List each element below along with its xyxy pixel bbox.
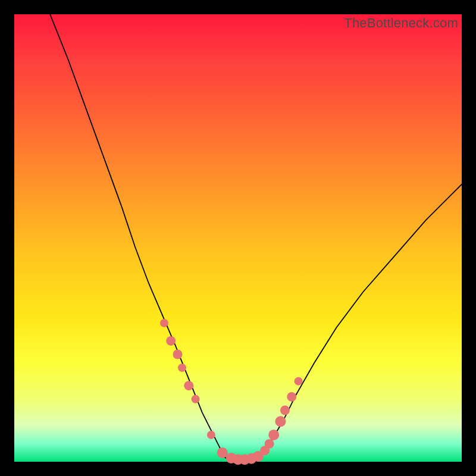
data-dot [160,319,168,327]
data-dot [173,350,182,359]
data-dot [265,439,274,449]
data-dot [287,392,296,402]
plot-area: TheBottleneck.com [14,14,462,462]
data-dot [207,431,215,439]
data-dot [280,406,290,415]
data-dot [166,336,176,346]
data-dot [275,416,286,427]
chart-overlay [14,14,462,462]
data-dot [184,381,193,390]
data-dot [268,430,279,440]
data-dot [295,377,303,386]
dots-group [160,319,303,465]
data-dot [217,447,228,458]
chart-frame: TheBottleneck.com [0,0,476,476]
data-dot [178,364,186,372]
data-dot [192,395,200,403]
v-curve [50,14,462,462]
